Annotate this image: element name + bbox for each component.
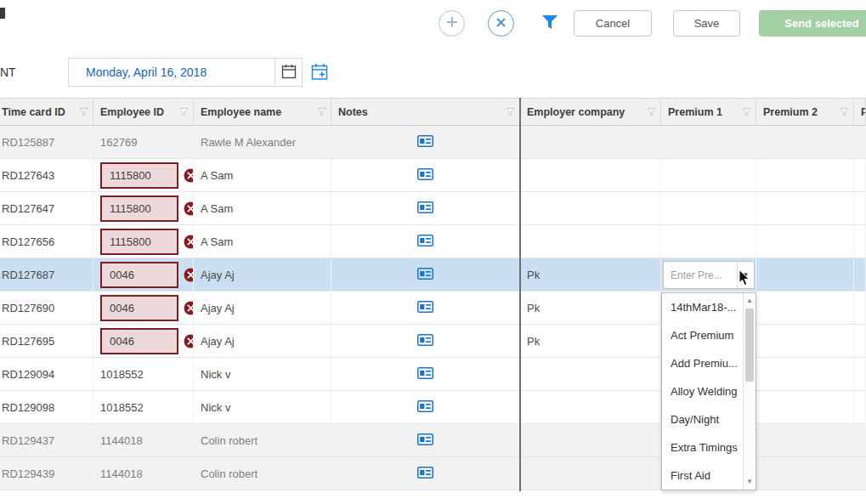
dropdown-option[interactable]: Day/Night (662, 405, 743, 433)
premium-1-cell: Enter Pre...▼ (661, 258, 756, 291)
add-date-button[interactable] (307, 59, 333, 86)
table-row[interactable]: RD1276870046Ajay AjPkEnter Pre...▼ (0, 258, 866, 292)
truncated-cell (854, 391, 866, 423)
employee-id: 1144018 (100, 434, 143, 447)
column-header-label: Notes (338, 106, 506, 118)
date-value: Monday, April 16, 2018 (86, 65, 207, 79)
dropdown-scrollbar[interactable]: ▲ ▼ (743, 293, 756, 490)
notes-button[interactable] (417, 467, 433, 481)
premium-2-cell (756, 292, 854, 324)
notes-button[interactable] (417, 400, 433, 415)
note-icon (417, 467, 433, 481)
column-header-employee-name[interactable]: Employee name (194, 99, 331, 125)
chevron-down-icon[interactable]: ▼ (737, 262, 754, 288)
employee-name: Rawle M Alexander (201, 136, 296, 149)
time-card-id-cell: RD129098 (0, 391, 93, 423)
column-filter-icon[interactable] (506, 107, 515, 116)
notes-button[interactable] (417, 135, 433, 150)
add-button[interactable] (439, 10, 465, 37)
employee-id-cell: 1144018 (93, 424, 194, 456)
truncated-cell (854, 159, 866, 191)
scroll-down-icon[interactable]: ▼ (744, 476, 756, 488)
notes-button[interactable] (417, 268, 433, 282)
dropdown-option[interactable]: Act Premium (662, 321, 743, 349)
dropdown-option[interactable]: Extra Timings (662, 433, 743, 462)
column-header-employee-id[interactable]: Employee ID (93, 99, 194, 125)
notes-button[interactable] (417, 301, 433, 315)
premium-2-cell (756, 358, 854, 390)
cancel-button[interactable]: Cancel (574, 10, 652, 37)
column-filter-icon[interactable] (840, 107, 849, 116)
date-field[interactable]: Monday, April 16, 2018 (68, 58, 275, 87)
employee-name-cell: A Sam (194, 192, 331, 224)
notes-button[interactable] (417, 201, 433, 216)
column-filter-icon[interactable] (79, 107, 88, 116)
premium-2-cell (756, 391, 854, 423)
premium-dropdown: 14thMar18-...Act PremiumAdd Premiu...All… (661, 292, 756, 490)
employee-id: 1115800 (110, 235, 151, 248)
table-row[interactable]: RD1276561115800A Sam (0, 225, 866, 258)
truncated-cell (854, 292, 866, 324)
time-card-id-cell: RD127656 (0, 225, 93, 258)
table-row[interactable]: RD1276431115800A Sam (0, 159, 866, 192)
column-header-p[interactable]: P (854, 99, 866, 125)
column-filter-icon[interactable] (317, 107, 326, 116)
employee-id-cell: 1115800 (93, 192, 194, 224)
employee-id-invalid-field[interactable]: 0046 (100, 328, 178, 354)
column-header-premium-1[interactable]: Premium 1 (661, 99, 756, 125)
column-header-employer-company[interactable]: Employer company (520, 99, 661, 125)
premium-combobox[interactable]: Enter Pre...▼ (663, 261, 755, 289)
employer-company-cell (520, 424, 661, 456)
column-header-premium-2[interactable]: Premium 2 (756, 99, 854, 125)
employee-id-invalid-field[interactable]: 0046 (100, 262, 178, 288)
save-button[interactable]: Save (673, 10, 740, 37)
employee-id-invalid-field[interactable]: 0046 (100, 295, 178, 321)
table-row[interactable]: RD1276471115800A Sam (0, 192, 866, 225)
employee-id-cell: 0046 (93, 325, 194, 357)
time-card-id-cell: RD127687 (0, 258, 93, 291)
scrollbar-thumb[interactable] (745, 309, 754, 382)
filter-button[interactable] (540, 12, 560, 35)
column-filter-icon[interactable] (179, 107, 189, 116)
column-header-time-card-id[interactable]: Time card ID (0, 99, 93, 125)
employee-id-invalid-field[interactable]: 1115800 (100, 162, 178, 189)
notes-cell (331, 358, 520, 390)
time-card-id-cell: RD127643 (0, 159, 93, 191)
dropdown-option[interactable]: First Aid (662, 462, 743, 490)
notes-button[interactable] (417, 367, 433, 382)
notes-button[interactable] (417, 168, 433, 183)
column-filter-icon[interactable] (742, 107, 751, 116)
deselect-all-button[interactable] (488, 10, 514, 37)
time-card-id-cell: RD127647 (0, 192, 93, 224)
employee-id-invalid-field[interactable]: 1115800 (100, 229, 178, 255)
employer-company-cell (520, 225, 661, 258)
truncated-nt-label: NT (0, 65, 16, 79)
employee-name: A Sam (201, 202, 233, 215)
column-header-notes[interactable]: Notes (331, 99, 520, 125)
scroll-up-icon[interactable]: ▲ (744, 295, 756, 307)
truncated-cell (854, 192, 866, 224)
notes-button[interactable] (417, 235, 433, 249)
notes-button[interactable] (417, 334, 433, 348)
table-row[interactable]: RD125887162769Rawle M Alexander (0, 126, 866, 159)
dropdown-option[interactable]: 14thMar18-... (662, 293, 743, 321)
premium-2-cell (756, 159, 854, 191)
note-icon (417, 235, 433, 249)
employer-company-cell: Pk (520, 258, 661, 291)
time-card-id: RD127690 (2, 302, 54, 314)
premium-1-cell (661, 159, 756, 191)
premium-2-cell (756, 258, 854, 291)
column-filter-icon[interactable] (647, 107, 656, 116)
time-card-id-cell: RD129439 (0, 457, 93, 490)
grid-header: Time card IDEmployee IDEmployee nameNote… (0, 98, 866, 126)
employer-company-cell (520, 391, 661, 423)
employee-name: A Sam (201, 235, 233, 248)
employee-id-cell: 0046 (93, 292, 194, 324)
send-selected-button[interactable]: Send selected (759, 10, 866, 37)
dropdown-option[interactable]: Add Premiu... (662, 349, 743, 377)
employee-id-invalid-field[interactable]: 1115800 (100, 195, 178, 222)
notes-button[interactable] (417, 433, 433, 448)
calendar-button[interactable] (275, 58, 303, 87)
employee-name: A Sam (201, 169, 233, 182)
dropdown-option[interactable]: Alloy Welding (662, 377, 743, 405)
